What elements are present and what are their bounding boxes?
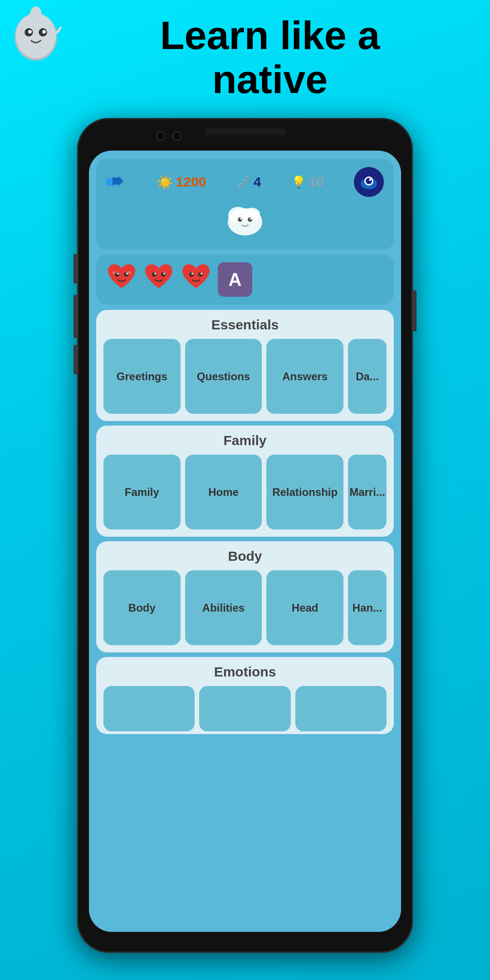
svg-point-5 <box>42 30 46 34</box>
key-icon: 🗝️ <box>236 175 251 189</box>
relationship-card[interactable]: Relationship <box>266 455 343 529</box>
emotions-card-1[interactable] <box>103 686 195 731</box>
svg-point-31 <box>127 271 131 274</box>
keys-value: 4 <box>254 174 261 190</box>
svg-point-4 <box>28 30 32 34</box>
gems-stat: 💡 10 <box>291 174 323 190</box>
svg-point-23 <box>248 217 252 222</box>
gem-icon: 💡 <box>291 175 306 189</box>
emotions-card-3[interactable] <box>295 686 387 731</box>
screen-scroll[interactable]: ☀️ 1200 🗝️ 4 💡 10 <box>89 151 401 932</box>
emotions-card-2[interactable] <box>199 686 290 731</box>
svg-point-38 <box>191 273 193 274</box>
emotions-section: Emotions <box>96 657 394 734</box>
top-mascot <box>6 6 65 65</box>
body-cards: Body Abilities Head Han... <box>103 570 387 645</box>
questions-card[interactable]: Questions <box>185 339 262 414</box>
svg-point-15 <box>369 179 372 181</box>
family-cards: Family Home Relationship Marri... <box>103 455 387 529</box>
heart-2 <box>143 261 174 298</box>
svg-point-30 <box>112 271 117 274</box>
mute-button <box>74 345 78 374</box>
phone-frame: ☀️ 1200 🗝️ 4 💡 10 <box>77 118 413 953</box>
lightning-icon <box>106 175 126 189</box>
essentials-title: Essentials <box>103 317 387 333</box>
xp-stat: ☀️ 1200 <box>157 174 206 190</box>
essentials-section: Essentials Greetings Questions Answers D… <box>96 310 394 421</box>
notch <box>204 128 286 135</box>
phone-screen: ☀️ 1200 🗝️ 4 💡 10 <box>89 151 401 932</box>
svg-point-36 <box>189 272 194 277</box>
tagline-container: Learn like a native <box>64 14 476 102</box>
tagline-text: Learn like a native <box>64 14 476 102</box>
abilities-card[interactable]: Abilities <box>185 570 262 645</box>
avatar[interactable] <box>354 167 384 197</box>
heart-3 <box>181 261 211 298</box>
answers-card[interactable]: Answers <box>266 339 343 414</box>
cloud-mascot <box>106 197 384 247</box>
body-section: Body Body Abilities Head Han... <box>96 541 394 652</box>
letter-block: A <box>218 262 252 297</box>
days-card-partial[interactable]: Da... <box>348 339 387 414</box>
body-card[interactable]: Body <box>103 570 181 645</box>
keys-stat: 🗝️ 4 <box>236 174 261 190</box>
svg-point-28 <box>117 273 119 274</box>
power-button <box>412 290 416 331</box>
svg-line-17 <box>367 174 367 176</box>
camera-dot-left <box>156 132 165 141</box>
family-section: Family Family Home Relationship Marri... <box>96 426 394 537</box>
svg-point-33 <box>161 272 166 277</box>
family-card[interactable]: Family <box>103 455 181 529</box>
essentials-cards: Greetings Questions Answers Da... <box>103 339 387 414</box>
vol-down-button <box>74 295 78 338</box>
svg-point-14 <box>366 178 372 184</box>
vol-up-button <box>74 254 78 284</box>
hands-card-partial[interactable]: Han... <box>348 570 387 645</box>
stats-bar: ☀️ 1200 🗝️ 4 💡 10 <box>96 159 394 250</box>
gems-value: 10 <box>309 174 323 190</box>
svg-line-8 <box>58 28 60 31</box>
camera-dot-right <box>172 132 181 141</box>
xp-value: 1200 <box>176 174 206 190</box>
greetings-card[interactable]: Greetings <box>103 339 181 414</box>
svg-point-35 <box>163 273 165 274</box>
marriage-card-partial[interactable]: Marri... <box>348 455 387 529</box>
svg-point-25 <box>250 218 252 220</box>
svg-point-22 <box>238 217 242 222</box>
emotions-title: Emotions <box>103 664 387 680</box>
svg-point-37 <box>198 272 203 277</box>
svg-point-39 <box>201 273 202 274</box>
family-title: Family <box>103 433 387 448</box>
sun-icon: ☀️ <box>157 174 173 190</box>
svg-point-32 <box>152 272 157 277</box>
svg-point-6 <box>30 6 42 23</box>
svg-point-34 <box>154 273 156 274</box>
home-card[interactable]: Home <box>185 455 262 529</box>
head-card[interactable]: Head <box>266 570 343 645</box>
lives-bar: A <box>96 255 394 304</box>
svg-point-24 <box>240 218 242 220</box>
emotions-cards <box>103 686 387 731</box>
body-title: Body <box>103 549 387 564</box>
heart-1 <box>106 261 137 298</box>
